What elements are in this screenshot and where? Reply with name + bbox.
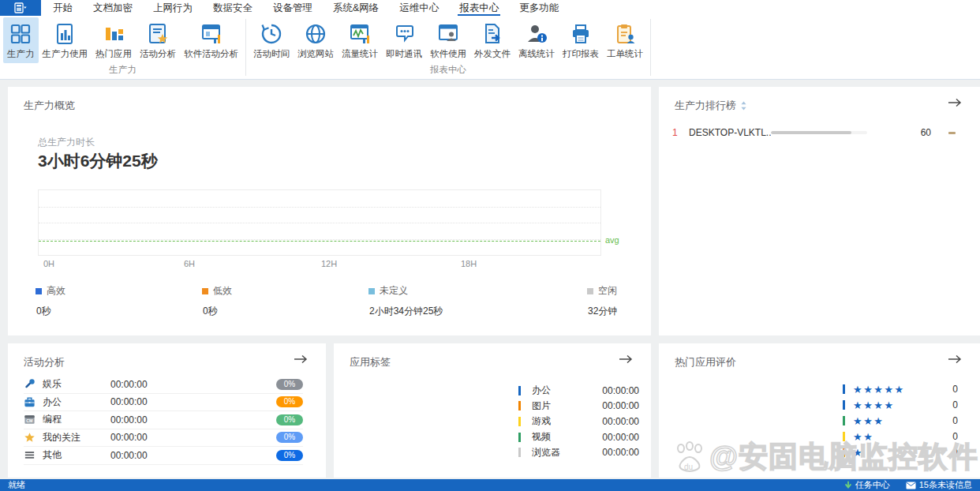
- percent-badge: 0%: [276, 432, 303, 443]
- ribbon-item-1-6[interactable]: 离线统计: [514, 17, 559, 63]
- menu-tab-9[interactable]: 更多功能: [509, 0, 569, 16]
- activity-row: CM编程00:00:000%: [24, 411, 303, 429]
- total-productivity-value: 3小时6分钟25秒: [38, 150, 158, 172]
- tag-color-bar: [518, 401, 521, 410]
- x-tick-label: 6H: [184, 259, 195, 268]
- ribbon-item-label: 软件使用: [430, 48, 466, 60]
- ribbon-item-label: 浏览网站: [297, 48, 334, 60]
- ribbon-item-0-4[interactable]: 软件活动分析: [180, 17, 242, 63]
- ribbon-item-0-0[interactable]: 生产力: [3, 17, 39, 63]
- app-tag-row: 游戏00:00:00: [518, 414, 639, 429]
- app-menu-button[interactable]: [0, 0, 41, 16]
- panel-title: 应用标签: [350, 355, 391, 369]
- chat-icon: [392, 21, 416, 47]
- ribbon-item-label: 活动时间: [253, 48, 290, 60]
- svg-text:CM: CM: [26, 418, 33, 423]
- mail-icon: [906, 482, 916, 489]
- tag-color-bar: [518, 417, 521, 426]
- forward-arrow-icon[interactable]: [947, 97, 963, 111]
- ribbon-item-1-7[interactable]: 打印报表: [559, 17, 603, 63]
- ribbon-item-0-2[interactable]: 热门应用: [92, 17, 136, 63]
- menu-tab-1[interactable]: 开始: [43, 0, 83, 16]
- menu-tab-7[interactable]: 运维中心: [389, 0, 449, 16]
- ribbon-item-label: 打印报表: [563, 48, 599, 60]
- stars-4: ★★★★: [853, 400, 895, 410]
- gridline: [39, 239, 600, 240]
- ribbon-item-label: 外发文件: [474, 48, 511, 60]
- rating-count: 0: [952, 384, 958, 395]
- x-tick-label: 18H: [461, 259, 477, 268]
- menu-tab-6[interactable]: 系统&网络: [323, 0, 389, 16]
- tag-label: 办公: [532, 384, 551, 397]
- panel-title: 生产力排行榜: [675, 99, 747, 113]
- doc-star-icon: [146, 21, 170, 47]
- menu-tabs: 开始文档加密上网行为数据安全设备管理系统&网络运维中心报表中心更多功能: [43, 0, 569, 16]
- task-center-button[interactable]: 任务中心: [844, 479, 890, 491]
- user-info-icon: [525, 21, 548, 47]
- doc-bars-icon: [53, 21, 77, 47]
- ribbon-item-1-2[interactable]: 流量统计: [338, 17, 382, 63]
- legend-swatch: [202, 288, 208, 294]
- menu-tab-8[interactable]: 报表中心: [449, 0, 509, 16]
- menu-tab-4[interactable]: 数据安全: [203, 0, 263, 16]
- rating-row: ★0: [843, 444, 958, 460]
- menu-tab-2[interactable]: 文档加密: [83, 0, 143, 16]
- unread-messages-label: 15条未读信息: [919, 479, 972, 491]
- rating-count: 0: [952, 399, 958, 410]
- ribbon-item-1-1[interactable]: 浏览网站: [294, 17, 338, 63]
- tag-time: 00:00:00: [602, 400, 639, 411]
- star-icon: [24, 432, 36, 444]
- legend-label: 空闲: [598, 284, 617, 298]
- tag-label: 游戏: [532, 414, 551, 428]
- ribbon-toolbar: 生产力生产力使用热门应用活动分析软件活动分析生产力活动时间浏览网站流量统计即时通…: [0, 16, 980, 80]
- ribbon-item-label: 工单统计: [607, 48, 643, 60]
- legend-item: 未定义2小时34分钟25秒: [368, 284, 530, 318]
- rating-count: 0: [952, 415, 958, 426]
- productivity-overview-panel: 生产力概览 总生产力时长 3小时6分钟25秒 avg 0H6H12H18H 高效…: [8, 87, 651, 335]
- legend-value: 2小时34分钟25秒: [368, 305, 530, 318]
- ribbon-item-1-0[interactable]: 活动时间: [249, 17, 294, 63]
- menu-tab-5[interactable]: 设备管理: [263, 0, 323, 16]
- activity-time: 00:00:00: [110, 379, 148, 390]
- activity-analysis-panel: 活动分析 娱乐00:00:000%办公00:00:000%CM编程00:00:0…: [8, 343, 326, 478]
- forward-arrow-icon[interactable]: [293, 354, 309, 368]
- ribbon-item-0-3[interactable]: 活动分析: [136, 17, 180, 63]
- tag-time: 00:00:00: [602, 385, 639, 396]
- ranking-row: 1DESKTOP-VLKTL...60: [659, 123, 980, 142]
- grid-icon: [9, 21, 32, 47]
- rating-row: ★★★★0: [843, 397, 958, 413]
- window-user-icon: [436, 21, 460, 47]
- app-tag-row: 办公00:00:00: [518, 383, 639, 399]
- productivity-ranking-panel: 生产力排行榜 1DESKTOP-VLKTL...60: [659, 87, 980, 335]
- ribbon-item-1-5[interactable]: 外发文件: [470, 17, 514, 63]
- menu-tab-bar: 开始文档加密上网行为数据安全设备管理系统&网络运维中心报表中心更多功能: [0, 0, 980, 16]
- doc-arrow-icon: [481, 21, 504, 47]
- briefcase-icon: [24, 396, 36, 408]
- ribbon-item-0-1[interactable]: 生产力使用: [39, 17, 92, 63]
- tag-time: 00:00:00: [602, 416, 639, 427]
- legend-swatch: [587, 288, 593, 294]
- forward-arrow-icon[interactable]: [618, 354, 634, 368]
- trend-flat-icon: [948, 132, 956, 134]
- ribbon-item-1-4[interactable]: 软件使用: [426, 17, 470, 63]
- panel-title: 热门应用评价: [675, 355, 736, 369]
- menu-tab-3[interactable]: 上网行为: [143, 0, 203, 16]
- total-productivity-label: 总生产力时长: [38, 136, 95, 149]
- sort-icon[interactable]: [740, 101, 747, 111]
- unread-messages-button[interactable]: 15条未读信息: [906, 479, 972, 491]
- panel-title-text: 应用标签: [350, 355, 391, 369]
- legend-item: 高效0秒: [36, 284, 197, 318]
- activity-time: 00:00:00: [110, 396, 148, 407]
- globe-icon: [304, 21, 327, 47]
- panel-title-text: 热门应用评价: [675, 355, 736, 369]
- forward-arrow-icon[interactable]: [947, 354, 963, 368]
- ribbon-item-1-8[interactable]: 工单统计: [603, 17, 647, 63]
- tag-time: 00:00:00: [602, 447, 639, 458]
- activity-label: 娱乐: [43, 377, 62, 391]
- panel-title-text: 生产力排行榜: [675, 99, 736, 113]
- ribbon-item-1-3[interactable]: 即时通讯: [382, 17, 426, 63]
- terminal-icon: CM: [24, 414, 36, 425]
- rating-color-bar: [843, 448, 845, 457]
- ribbon-item-label: 离线统计: [518, 48, 555, 60]
- traffic-wave-icon: [348, 21, 372, 47]
